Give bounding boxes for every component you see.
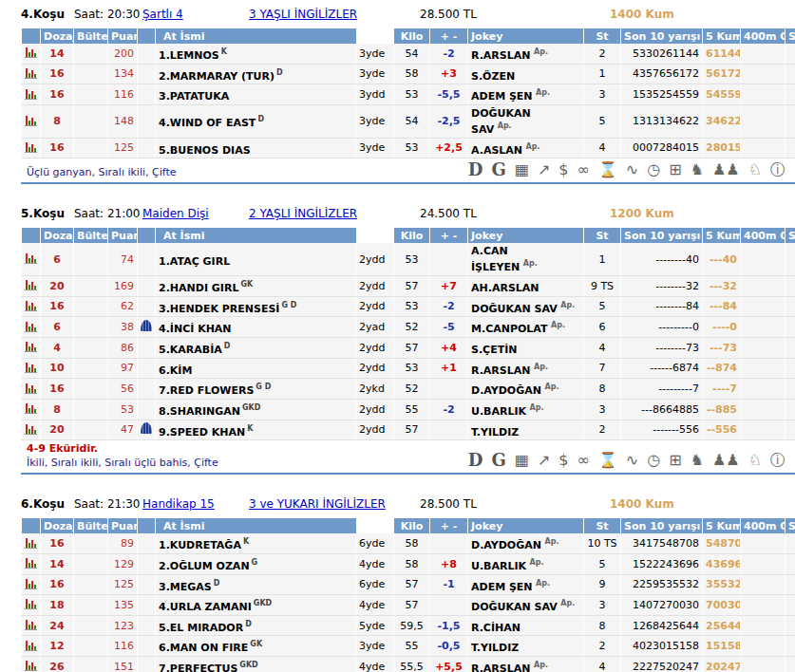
crowd-icon[interactable]: ♟♟ — [712, 160, 740, 179]
photo-finish-icon[interactable]: ♘ — [748, 451, 762, 470]
jockey-name[interactable]: U.BARLIK — [471, 405, 526, 418]
stats-chart-icon[interactable] — [25, 557, 37, 569]
ganyan-g-icon[interactable]: G — [491, 160, 505, 179]
info-icon[interactable]: ⓘ — [770, 160, 786, 179]
stats-chart-icon[interactable] — [25, 640, 37, 651]
stats-chart-icon[interactable] — [25, 321, 37, 332]
jockey-name[interactable]: A.ASLAN — [471, 143, 522, 156]
info-icon[interactable]: ⓘ — [770, 451, 786, 470]
jockey-name[interactable]: D.AYDOĞAN — [471, 539, 541, 551]
calculator-icon[interactable]: ⊞ — [669, 160, 681, 179]
photo-finish-icon[interactable]: ♘ — [748, 160, 762, 179]
stats-chart-icon[interactable] — [25, 67, 37, 79]
stats-chart-icon[interactable] — [25, 252, 37, 264]
jockey-name[interactable]: R.CİHAN — [471, 621, 521, 633]
hourglass-icon[interactable]: ⌛ — [598, 451, 617, 470]
cell-chart — [22, 64, 41, 84]
stats-chart-icon[interactable] — [25, 88, 37, 100]
program-table-icon[interactable]: ▦ — [515, 160, 529, 179]
stats-chart-icon[interactable] — [25, 362, 37, 373]
horse-name[interactable]: 1.LEMNOS — [159, 49, 219, 62]
race-type-link[interactable]: Handikap 15 — [142, 497, 249, 511]
stats-chart-icon[interactable] — [25, 619, 37, 630]
jockey-name[interactable]: M.CANPOLAT — [471, 323, 548, 335]
form-trend-icon[interactable]: ↗ — [538, 451, 550, 470]
ganyan-g-icon[interactable]: G — [491, 451, 505, 470]
binoculars-icon[interactable]: ∞ — [577, 160, 590, 179]
horses-table: Dozaj Bülten Puan At İsmi Kilo + - Jokey… — [21, 518, 795, 672]
horse-name[interactable]: 8.SHARINGAN — [159, 405, 240, 418]
jockey-name[interactable]: R.ARSLAN — [471, 364, 531, 376]
money-icon[interactable]: $ — [558, 451, 568, 470]
horse-name[interactable]: 1.ATAÇ GIRL — [159, 254, 230, 267]
horse-name[interactable]: 3.PATATUKA — [159, 90, 229, 103]
stats-chart-icon[interactable] — [25, 279, 37, 290]
horse-name[interactable]: 2.HANDI GIRL — [159, 282, 238, 294]
stats-chart-icon[interactable] — [25, 47, 37, 58]
footer-text-block: 4-9 Eküridir. İkili, Sıralı ikili, Sıral… — [27, 442, 218, 470]
stats-chart-icon[interactable] — [25, 402, 37, 414]
horse-name[interactable]: 4.URLA ZAMANI — [159, 601, 252, 613]
jockey-name[interactable]: DOĞUKAN SAV — [471, 302, 558, 314]
jockey-name[interactable]: A.CAN İŞLEYEN — [471, 245, 520, 273]
jockey-name[interactable]: ADEM ŞEN — [471, 580, 533, 592]
jockey-name[interactable]: T.YILDIZ — [471, 425, 519, 438]
jockey-name[interactable]: R.ARSLAN — [471, 663, 531, 672]
horse-name[interactable]: 3.HENDEK PRENSESİ — [159, 302, 279, 314]
horse-name[interactable]: 5.KARABİA — [159, 344, 222, 356]
crowd-icon[interactable]: ♟♟ — [712, 451, 740, 470]
stats-chart-icon[interactable] — [25, 383, 37, 394]
hourglass-icon[interactable]: ⌛ — [598, 160, 617, 179]
binoculars-icon[interactable]: ∞ — [577, 451, 590, 470]
stopwatch-icon[interactable]: ◷ — [647, 451, 660, 470]
horse-name[interactable]: 2.OĞLUM OZAN — [159, 560, 250, 572]
stopwatch-icon[interactable]: ◷ — [647, 160, 660, 179]
horse-name[interactable]: 7.RED FLOWERS — [159, 384, 254, 397]
horse-name[interactable]: 9.SPEED KHAN — [159, 425, 245, 438]
stats-chart-icon[interactable] — [25, 578, 37, 589]
horse-name[interactable]: 3.MEGAS — [159, 580, 212, 592]
stats-chart-icon[interactable] — [25, 537, 37, 549]
jockey-name[interactable]: S.ÇETİN — [471, 344, 518, 356]
race-type-link[interactable]: Maiden Dişi — [142, 207, 249, 220]
horse-name[interactable]: 5.EL MIRADOR — [159, 621, 243, 633]
horse-name[interactable]: 2.MARMARAY (TUR) — [159, 69, 274, 82]
stats-chart-icon[interactable] — [25, 423, 37, 435]
race-category-link[interactable]: 2 YAŞLI İNGİLİZLER — [249, 207, 420, 220]
jockey-name[interactable]: S.ÖZEN — [471, 69, 515, 82]
race-category-link[interactable]: 3 YAŞLI İNGİLİZLER — [249, 8, 420, 21]
line-chart-icon[interactable]: ∿ — [626, 160, 638, 179]
horse-icon[interactable]: ♞ — [691, 160, 704, 179]
stats-chart-icon[interactable] — [25, 300, 37, 311]
ganyan-d-icon[interactable]: D — [468, 160, 483, 179]
jockey-name[interactable]: U.BARLIK — [471, 560, 526, 572]
horse-name[interactable]: 1.KUDRETAĞA — [159, 539, 241, 551]
horse-name[interactable]: 6.MAN ON FIRE — [159, 642, 248, 654]
horse-icon[interactable]: ♞ — [691, 451, 704, 470]
program-table-icon[interactable]: ▦ — [515, 451, 529, 470]
jockey-name[interactable]: R.ARSLAN — [471, 49, 531, 62]
ganyan-d-icon[interactable]: D — [468, 451, 483, 470]
race-type-link[interactable]: Şartlı 4 — [142, 8, 249, 21]
calculator-icon[interactable]: ⊞ — [669, 451, 681, 470]
stats-chart-icon[interactable] — [25, 660, 37, 671]
jockey-name[interactable]: ADEM ŞEN — [471, 90, 533, 103]
horse-name[interactable]: 4.İNCİ KHAN — [159, 323, 232, 335]
horse-name[interactable]: 7.PERFECTUS — [159, 663, 237, 672]
stats-chart-icon[interactable] — [25, 341, 37, 352]
jockey-name[interactable]: T.YILDIZ — [471, 642, 519, 654]
money-icon[interactable]: $ — [558, 160, 568, 179]
stats-chart-icon[interactable] — [25, 598, 37, 609]
col-horse-name: At İsmi — [156, 228, 356, 243]
jockey-name[interactable]: DOĞUKAN SAV — [471, 601, 558, 613]
race-category-link[interactable]: 3 ve YUKARI İNGİLİZLER — [249, 497, 420, 511]
horse-name[interactable]: 4.WIND OF EAST — [159, 117, 256, 129]
horse-name[interactable]: 6.KİM — [159, 364, 192, 376]
stats-chart-icon[interactable] — [25, 115, 37, 126]
form-trend-icon[interactable]: ↗ — [538, 160, 550, 179]
jockey-name[interactable]: AH.ARSLAN — [471, 282, 539, 294]
stats-chart-icon[interactable] — [25, 141, 37, 153]
line-chart-icon[interactable]: ∿ — [626, 451, 638, 470]
horse-name[interactable]: 5.BUENOS DIAS — [159, 143, 251, 156]
jockey-name[interactable]: D.AYDOĞAN — [471, 384, 541, 397]
